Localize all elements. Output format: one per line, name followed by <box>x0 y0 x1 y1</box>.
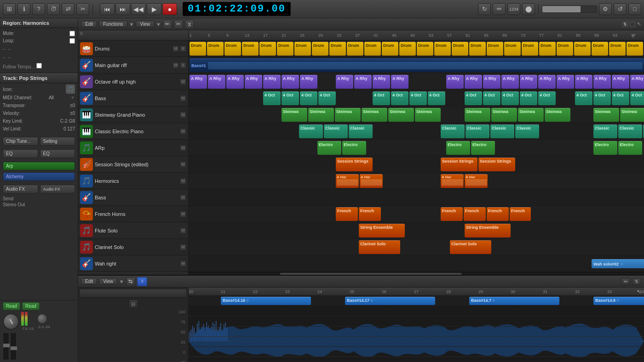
sort-icon[interactable]: ⇅ <box>622 22 628 27</box>
mute-btn-strings[interactable]: M <box>180 161 186 168</box>
clip-drums-4[interactable]: Drum <box>242 42 259 56</box>
clip-steinway-2[interactable]: Steinwa <box>308 108 334 122</box>
settings-btn[interactable]: ⚙ <box>599 3 612 15</box>
clip-octave-3[interactable]: A Rhy <box>226 75 244 89</box>
toolbar-btn-clock[interactable]: ⏱ <box>47 3 60 15</box>
view-btn[interactable]: View <box>136 21 154 28</box>
num-btn[interactable]: 1234 <box>507 3 520 15</box>
record-btn[interactable]: ● <box>162 3 177 15</box>
scrollbar-thumb[interactable] <box>280 273 462 275</box>
mute-checkbox[interactable] <box>69 31 75 36</box>
eq-btn-1[interactable]: EQ <box>3 149 38 158</box>
clip-octave-12[interactable]: A Rhy <box>391 75 408 89</box>
grid-icon[interactable] <box>630 22 635 27</box>
clip-arp-1[interactable]: Electro <box>317 141 341 155</box>
clip-harm-3[interactable]: A Har <box>441 174 464 188</box>
mute-btn-octave[interactable]: M <box>180 79 186 85</box>
read-btn-main[interactable]: Read <box>3 302 20 310</box>
clip-harm-2[interactable]: A Har <box>360 174 383 188</box>
clip-ep-8[interactable]: Classic <box>593 124 617 138</box>
clip-bass-oct-8[interactable]: 4 Oct <box>428 91 445 105</box>
clip-octave-19[interactable]: A Rhy <box>557 75 574 89</box>
clip-ep-6[interactable]: Classic <box>490 124 514 138</box>
clip-steinway-12[interactable]: Steinwa <box>620 108 644 122</box>
clip-drums-17[interactable]: Drum <box>469 42 486 56</box>
rewind-btn[interactable]: ⏮ <box>100 3 115 15</box>
clip-arp-2[interactable]: Electro <box>342 141 366 155</box>
toolbar-btn-q[interactable]: ? <box>32 3 45 15</box>
clip-drums-11[interactable]: Drum <box>364 42 381 56</box>
bottom-edit-btn[interactable]: Edit <box>81 278 97 285</box>
clip-steinway-7[interactable]: Steinwa <box>465 108 490 122</box>
bottom-resize-btn[interactable]: ⇅ <box>632 278 641 285</box>
clip-clarinet-1[interactable]: Clarinet Solo <box>359 240 400 254</box>
clip-bass-oct-10[interactable]: 4 Oct <box>483 91 500 105</box>
mute-btn-flute[interactable]: M <box>180 227 186 234</box>
clip-french-4[interactable]: French <box>464 207 486 221</box>
mute-btn-bass1[interactable]: M <box>180 95 186 102</box>
bottom-clip-bass16[interactable]: Bass#14.16 ○ <box>221 297 311 305</box>
clip-steinway-6[interactable]: Steinwa <box>415 108 441 122</box>
bottom-clip-bass8[interactable]: Bass#14.8 ○ <box>593 297 644 305</box>
clip-octave-4[interactable]: A Rhy <box>245 75 262 89</box>
loop-checkbox[interactable] <box>69 38 75 44</box>
clip-clarinet-2[interactable]: Clarinet Solo <box>450 240 491 254</box>
arp-btn[interactable]: Arp <box>3 162 75 170</box>
clip-drums-7[interactable]: Drum <box>294 42 311 56</box>
clip-octave-10[interactable]: A Rhy <box>354 75 372 89</box>
fader-2[interactable] <box>10 333 17 360</box>
clip-octave-1[interactable]: A Rhy <box>190 75 207 89</box>
toolbar-btn-midi[interactable]: ⇄ <box>62 3 75 15</box>
clip-drums-10[interactable]: Drum <box>347 42 363 56</box>
loop-btn[interactable]: ↺ <box>614 3 627 15</box>
filter-icon[interactable]: ⧖ <box>185 20 194 29</box>
mute-btn-ep[interactable]: M <box>180 128 186 135</box>
toolbar-btn-info[interactable]: ℹ <box>17 3 30 15</box>
clip-drums-15[interactable]: Drum <box>434 42 451 56</box>
clip-bass-oct-7[interactable]: 4 Oct <box>409 91 427 105</box>
h-scrollbar[interactable] <box>189 272 644 275</box>
clip-bass-oct-12[interactable]: 4 Oct <box>520 91 537 105</box>
clip-strings-3[interactable]: Session Strings <box>478 158 515 171</box>
mute-btn-bass2[interactable]: M <box>180 194 186 201</box>
clip-bass-oct-11[interactable]: 4 Oct <box>501 91 519 105</box>
clip-drums-3[interactable]: Drum <box>224 42 241 56</box>
clip-octave-21[interactable]: A Rhy <box>593 75 611 89</box>
clip-drums-12[interactable]: Drum <box>382 42 398 56</box>
clip-ep-2[interactable]: Classic <box>324 124 348 138</box>
alchemy-btn[interactable]: Alchemy <box>3 172 75 181</box>
fader-1[interactable] <box>3 333 9 360</box>
clip-octave-20[interactable]: A Rhy <box>575 75 592 89</box>
clip-steinway-8[interactable]: Steinwa <box>491 108 517 122</box>
audio-fx-btn[interactable]: Audio FX <box>3 185 38 193</box>
clip-octave-18[interactable]: A Rhy <box>538 75 556 89</box>
clip-steinway-1[interactable]: Steinwa <box>282 108 307 122</box>
clip-arp-5[interactable]: Electro <box>593 141 617 155</box>
clip-drums-18[interactable]: Drum <box>487 42 503 56</box>
clip-harm-1[interactable]: A Har <box>336 174 359 188</box>
pen-btn[interactable]: ✏ <box>493 3 506 15</box>
clip-drums-6[interactable]: Drum <box>277 42 293 56</box>
clip-drums-16[interactable]: Drum <box>452 42 468 56</box>
clip-drums-5[interactable]: Drum <box>259 42 276 56</box>
main-volume-knob[interactable] <box>3 313 19 330</box>
clip-ep-5[interactable]: Classic <box>466 124 489 138</box>
clip-drums-9[interactable]: Drum <box>329 42 346 56</box>
clip-drums-13[interactable]: Drum <box>399 42 416 56</box>
chip-tune-btn[interactable]: Chip Tune... <box>3 137 38 146</box>
track-icon-preview[interactable]: 🎵 <box>66 85 75 94</box>
mute-btn-wah[interactable]: M <box>180 260 186 267</box>
clip-octave-13[interactable]: A Rhy <box>446 75 464 89</box>
timeline-col[interactable]: 1 5 9 13 17 21 25 29 33 37 41 45 49 53 <box>189 30 644 275</box>
master-volume-slider[interactable] <box>542 6 597 13</box>
mute-btn-frenchhorns[interactable]: M <box>180 211 186 217</box>
clip-octave-5[interactable]: A Rhy <box>263 75 281 89</box>
cpu-btn[interactable]: □ <box>628 3 641 15</box>
back-btn[interactable]: ◀◀ <box>131 3 146 15</box>
clip-bass-oct-17[interactable]: 4 Oct <box>630 91 644 105</box>
solo-btn-guitar[interactable]: S <box>180 62 186 68</box>
read-btn-2[interactable]: Read <box>22 302 40 310</box>
clip-arp-3[interactable]: Electro <box>446 141 470 155</box>
clip-octave-16[interactable]: A Rhy <box>501 75 519 89</box>
clip-drums-25[interactable]: Drum <box>609 42 626 56</box>
